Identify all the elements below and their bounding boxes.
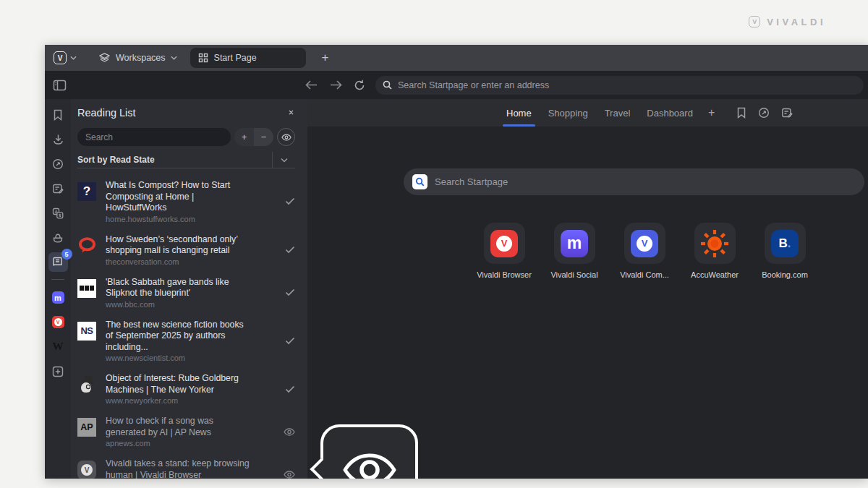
- web-panel-vivaldi-button[interactable]: V: [48, 312, 68, 332]
- item-title: Object of Interest: Rube Goldberg Machin…: [106, 373, 251, 395]
- item-domain: apnews.com: [106, 439, 251, 448]
- item-text: 'Black Sabbath gave bands like Slipknot …: [106, 277, 251, 309]
- startpage-tab-travel[interactable]: Travel: [603, 100, 632, 127]
- web-panel-wikipedia-button[interactable]: W: [48, 337, 68, 356]
- sessions-panel-button[interactable]: [48, 228, 68, 247]
- sort-dropdown[interactable]: Sort by Read State: [77, 152, 295, 168]
- reading-list-search[interactable]: [77, 128, 231, 146]
- address-input[interactable]: [398, 80, 856, 90]
- dial-label: AccuWeather: [691, 270, 739, 279]
- list-item[interactable]: V Vivaldi takes a stand: keep browsing h…: [77, 453, 295, 479]
- item-text: How Sweden’s ‘secondhand only’ shopping …: [106, 234, 251, 266]
- history-icon[interactable]: [758, 107, 770, 119]
- speed-dial-vivaldi-browser[interactable]: V Vivaldi Browser: [472, 223, 537, 279]
- speed-dial-vivaldi-social[interactable]: m Vivaldi Social: [542, 223, 607, 279]
- list-item[interactable]: 'Black Sabbath gave bands like Slipknot …: [77, 272, 295, 314]
- dial-label: Vivaldi Com...: [620, 270, 669, 279]
- mastodon-icon: m: [52, 291, 64, 304]
- list-item[interactable]: ? What Is Compost? How to Start Composti…: [77, 175, 295, 229]
- check-icon: [285, 288, 295, 296]
- wikipedia-icon: W: [53, 341, 64, 353]
- speed-dial-vivaldi-community[interactable]: V Vivaldi Com...: [612, 223, 677, 279]
- history-icon: [52, 158, 64, 170]
- list-item[interactable]: Object of Interest: Rube Goldberg Machin…: [77, 368, 295, 411]
- notes-icon[interactable]: [781, 107, 793, 119]
- grid-icon: [198, 53, 208, 63]
- new-tab-button[interactable]: +: [318, 51, 333, 65]
- address-toolbar: [45, 71, 868, 99]
- dial-label: Booking.com: [762, 270, 808, 279]
- item-domain: www.newscientist.com: [106, 354, 251, 362]
- callout-box: [320, 424, 418, 479]
- sort-chevron[interactable]: [272, 152, 295, 168]
- reading-list-panel-button[interactable]: 5: [48, 252, 68, 272]
- startpage-search-input[interactable]: [435, 176, 856, 187]
- startpage-search-engine-icon: [412, 174, 427, 189]
- newyorker-favicon: [77, 375, 96, 394]
- search-icon: [415, 177, 425, 187]
- speed-dial-booking[interactable]: B. Booking.com: [752, 223, 817, 279]
- workspaces-button[interactable]: Workspaces: [98, 52, 177, 64]
- item-title: How Sweden’s ‘secondhand only’ shopping …: [106, 234, 251, 257]
- panel-header: Reading List: [77, 99, 295, 126]
- history-panel-button[interactable]: [48, 154, 68, 174]
- eye-callout-bubble: [311, 424, 418, 479]
- add-speed-dial-group-button[interactable]: +: [708, 106, 715, 119]
- dial-label: Vivaldi Social: [550, 270, 597, 279]
- address-bar[interactable]: [375, 76, 864, 95]
- startpage-tab-shopping[interactable]: Shopping: [547, 100, 590, 127]
- sessions-basket-icon: [52, 232, 64, 244]
- speed-dials: V Vivaldi Browser m Vivaldi Social V: [472, 223, 817, 279]
- eye-icon[interactable]: [284, 428, 295, 436]
- add-page-button[interactable]: +: [234, 128, 254, 146]
- vivaldi-wordmark: V VIVALDI: [749, 16, 826, 27]
- vivaldi-favicon: V: [77, 461, 96, 479]
- startpage-tab-dashboard[interactable]: Dashboard: [645, 100, 694, 127]
- notes-panel-button[interactable]: [48, 179, 68, 198]
- vivaldi-community-icon: V: [631, 230, 658, 257]
- reading-list-icon: [52, 257, 64, 267]
- check-icon: [285, 385, 295, 393]
- mark-read-eye-button[interactable]: [277, 128, 295, 146]
- bookmarks-panel-button[interactable]: [48, 105, 68, 124]
- list-item[interactable]: How Sweden’s ‘secondhand only’ shopping …: [77, 229, 295, 272]
- back-icon[interactable]: [305, 80, 318, 90]
- translate-icon: A: [52, 207, 64, 219]
- reading-list-search-input[interactable]: [85, 132, 223, 142]
- item-text: Vivaldi takes a stand: keep browsing hum…: [106, 458, 251, 479]
- check-icon: [285, 337, 295, 345]
- item-domain: www.newyorker.com: [106, 396, 251, 405]
- howstuffworks-favicon: ?: [77, 182, 96, 201]
- item-title: 'Black Sabbath gave bands like Slipknot …: [106, 277, 251, 299]
- remove-page-button[interactable]: −: [254, 128, 273, 146]
- vivaldi-browser-icon: V: [490, 230, 518, 257]
- tab-label: Start Page: [214, 53, 257, 63]
- speed-dial-accuweather[interactable]: AccuWeather: [682, 223, 747, 279]
- list-item[interactable]: NS The best new science fiction books of…: [77, 314, 295, 369]
- downloads-panel-button[interactable]: [48, 129, 68, 149]
- add-remove-group: + −: [234, 128, 273, 146]
- booking-icon: B.: [771, 230, 799, 257]
- add-web-panel-button[interactable]: [48, 361, 68, 381]
- content-area: A 5 m V W Re: [45, 99, 868, 479]
- startpage-tab-home[interactable]: Home: [505, 100, 533, 127]
- item-text: The best new science fiction books of Se…: [106, 320, 251, 363]
- forward-icon[interactable]: [329, 80, 343, 90]
- close-icon[interactable]: [287, 108, 295, 116]
- bbc-favicon: [77, 279, 96, 298]
- eye-icon[interactable]: [284, 471, 295, 479]
- browser-window: V Workspaces Start Page +: [45, 45, 868, 479]
- item-domain: www.bbc.com: [106, 300, 251, 309]
- vivaldi-menu-button[interactable]: V: [51, 51, 80, 64]
- bookmark-icon[interactable]: [736, 107, 746, 119]
- reload-icon[interactable]: [354, 80, 365, 91]
- mastodon-icon: m: [561, 230, 588, 257]
- dandy-icon: [78, 375, 95, 394]
- tab-start-page[interactable]: Start Page: [190, 48, 306, 68]
- panel-toggle-icon[interactable]: [53, 80, 67, 91]
- list-item[interactable]: AP How to check if a song was generated …: [77, 411, 295, 453]
- web-panel-mastodon-button[interactable]: m: [48, 288, 68, 307]
- chevron-down-icon: [281, 158, 288, 163]
- translate-panel-button[interactable]: A: [48, 203, 68, 223]
- startpage-search-bar[interactable]: [404, 168, 864, 195]
